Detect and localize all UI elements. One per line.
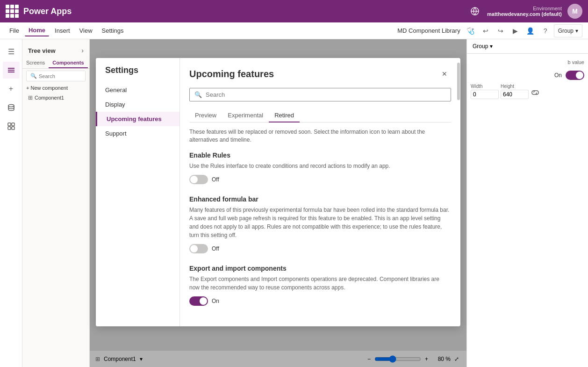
modal-header: Upcoming features ✕ <box>189 67 451 80</box>
rp-width-box: Width <box>471 84 499 99</box>
topbar: Power Apps Environment matthewdevaney.co… <box>0 0 588 22</box>
undo-icon[interactable]: ↩ <box>479 24 492 37</box>
feature-enable-rules-title: Enable Rules <box>189 151 451 159</box>
export-import-toggle[interactable] <box>189 296 208 306</box>
rp-on-label: On <box>554 72 562 79</box>
rp-toggle-row: On <box>471 69 584 82</box>
modal-scrollbar-track[interactable] <box>457 58 460 326</box>
nav-upcoming-features[interactable]: Upcoming features <box>96 112 179 126</box>
modal-search[interactable]: 🔍 <box>189 88 451 101</box>
feature-enable-rules-desc: Use the Rules interface to create condit… <box>189 162 451 170</box>
export-import-label: On <box>212 298 219 304</box>
modal-tabs: Preview Experimental Retired <box>189 109 451 122</box>
enable-rules-label: Off <box>212 176 219 183</box>
svg-rect-3 <box>8 72 14 72</box>
panel-title: Tree view <box>28 47 56 54</box>
rp-link-icon[interactable] <box>531 84 540 99</box>
menu-home[interactable]: Home <box>25 25 49 36</box>
svg-rect-8 <box>12 127 14 130</box>
group-chevron-icon: ▾ <box>575 28 578 34</box>
rp-toggle[interactable] <box>566 71 584 80</box>
sidebar-layers-icon[interactable] <box>3 62 20 79</box>
close-button[interactable]: ✕ <box>438 67 451 80</box>
modal-scrollbar-thumb[interactable] <box>457 63 460 100</box>
sidebar-hamburger-icon[interactable]: ☰ <box>3 43 20 60</box>
rp-width-input[interactable] <box>471 90 499 99</box>
export-import-toggle-row: On <box>189 296 451 306</box>
group-rp-chevron: ▾ <box>490 43 493 50</box>
redo-icon[interactable]: ↪ <box>494 24 507 37</box>
feature-export-import-desc: The Export components and Import compone… <box>189 275 451 292</box>
canvas: Settings General Display Upcoming featur… <box>90 39 466 367</box>
svg-rect-6 <box>12 123 14 126</box>
feature-enhanced-formula-title: Enhanced formula bar <box>189 195 451 203</box>
modal-sidebar: Settings General Display Upcoming featur… <box>96 58 180 326</box>
person-icon[interactable]: 👤 <box>524 24 537 37</box>
new-component-button[interactable]: + New component <box>22 83 89 93</box>
component-item-icon: ⊞ <box>28 94 33 101</box>
tab-preview[interactable]: Preview <box>189 109 222 122</box>
topbar-right: Environment matthewdevaney.com (default)… <box>468 4 582 19</box>
menu-insert[interactable]: Insert <box>51 25 74 36</box>
settings-modal: Settings General Display Upcoming featur… <box>96 58 460 326</box>
rp-height-box: Height <box>501 84 529 99</box>
enable-rules-toggle[interactable] <box>189 175 208 184</box>
group-rp-label: Group <box>473 43 488 50</box>
enhanced-formula-label: Off <box>212 245 219 252</box>
svg-rect-1 <box>8 68 14 69</box>
rp-height-input[interactable] <box>501 90 529 99</box>
group-button[interactable]: Group ▾ <box>554 24 582 37</box>
group-rp-button[interactable]: Group ▾ <box>469 41 496 51</box>
right-panel-content: b value On Width Height <box>467 54 588 367</box>
svg-rect-5 <box>8 123 11 126</box>
modal-search-icon: 🔍 <box>194 91 202 98</box>
sidebar-insert-icon[interactable]: + <box>3 80 20 97</box>
app-name: MD Component Library <box>397 27 460 34</box>
component-item-label: Component1 <box>35 95 64 101</box>
menu-view[interactable]: View <box>76 25 96 36</box>
tab-components[interactable]: Components <box>49 58 87 68</box>
nav-display[interactable]: Display <box>96 97 179 112</box>
main-area: ☰ + Tree view › Screens Components 🔍 + N… <box>0 39 588 367</box>
waffle-menu[interactable] <box>6 5 19 18</box>
component-item[interactable]: ⊞ Component1 <box>22 93 89 103</box>
sidebar-data-icon[interactable] <box>3 99 20 116</box>
panel-search[interactable]: 🔍 <box>26 71 86 81</box>
menu-file[interactable]: File <box>6 25 23 36</box>
tab-retired[interactable]: Retired <box>269 109 300 122</box>
panel-search-input[interactable] <box>39 73 81 79</box>
rp-width-label: Width <box>471 84 499 89</box>
panel-expand-icon[interactable]: › <box>81 47 84 54</box>
modal-overlay: Settings General Display Upcoming featur… <box>90 39 466 367</box>
feature-export-import: Export and import components The Export … <box>189 265 451 306</box>
feature-enhanced-formula: Enhanced formula bar Many features of th… <box>189 195 451 253</box>
panel-search-icon: 🔍 <box>30 73 37 79</box>
new-component-label: + New component <box>26 85 68 91</box>
enhanced-formula-toggle[interactable] <box>189 244 208 253</box>
enable-rules-toggle-row: Off <box>189 175 451 184</box>
sidebar-components-icon[interactable] <box>3 118 20 135</box>
svg-rect-2 <box>8 70 14 71</box>
left-sidebar: ☰ + <box>0 39 22 367</box>
feature-enable-rules: Enable Rules Use the Rules interface to … <box>189 151 451 184</box>
stethoscope-icon[interactable]: 🩺 <box>464 24 477 37</box>
nav-support[interactable]: Support <box>96 126 179 141</box>
svg-rect-7 <box>8 127 11 130</box>
env-info: Environment matthewdevaney.com (default) <box>487 6 562 17</box>
menubar-right: MD Component Library 🩺 ↩ ↪ ▶ 👤 ? Group ▾ <box>397 24 582 37</box>
toolbar-icons: 🩺 ↩ ↪ ▶ 👤 ? Group ▾ <box>464 24 582 37</box>
menubar: File Home Insert View Settings MD Compon… <box>0 22 588 39</box>
menu-settings[interactable]: Settings <box>98 25 128 36</box>
avatar[interactable]: M <box>567 4 582 19</box>
modal-search-input[interactable] <box>206 91 446 98</box>
right-panel: Group ▾ b value On Width Height <box>466 39 588 367</box>
help-icon[interactable]: ? <box>539 24 552 37</box>
app-title: Power Apps <box>23 7 72 16</box>
tab-screens[interactable]: Screens <box>22 58 49 68</box>
feature-export-import-title: Export and import components <box>189 265 451 272</box>
tab-experimental[interactable]: Experimental <box>222 109 269 122</box>
nav-general[interactable]: General <box>96 83 179 97</box>
modal-content: Upcoming features ✕ 🔍 Preview Experiment… <box>180 58 460 326</box>
run-icon[interactable]: ▶ <box>509 24 522 37</box>
env-name: matthewdevaney.com (default) <box>487 11 562 17</box>
